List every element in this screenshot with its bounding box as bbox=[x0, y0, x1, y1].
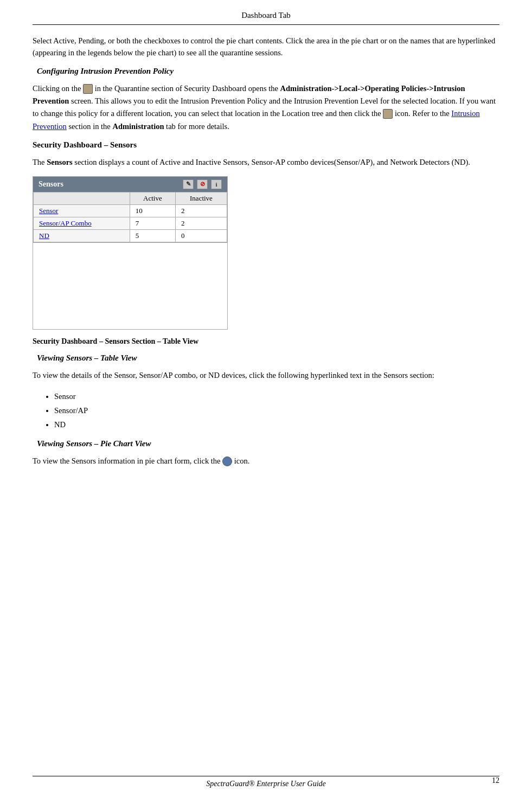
list-item: Sensor/AP bbox=[54, 403, 499, 417]
col-name-header bbox=[34, 192, 130, 204]
list-item: ND bbox=[54, 417, 499, 432]
section4-post-text: icon. bbox=[234, 457, 250, 465]
sensors-table-header-row: Active Inactive bbox=[34, 192, 227, 204]
sensors-bullet-list: Sensor Sensor/AP ND bbox=[54, 389, 499, 432]
pie-chart-icon bbox=[222, 457, 232, 466]
sensors-caption: Security Dashboard – Sensors Section – T… bbox=[33, 337, 499, 346]
bullet-nd: ND bbox=[54, 420, 66, 429]
sensors-widget-title: Sensors bbox=[39, 180, 63, 189]
table-row: ND 5 0 bbox=[34, 229, 227, 242]
sensors-widget: Sensors ✎ ⊘ i Active Inactive Sensor 10 … bbox=[33, 176, 228, 330]
list-item: Sensor bbox=[54, 389, 499, 403]
stop-icon[interactable]: ⊘ bbox=[197, 179, 208, 189]
info-icon[interactable]: i bbox=[211, 179, 222, 189]
table-row: Sensor 10 2 bbox=[34, 204, 227, 217]
section4-heading: Viewing Sensors – Pie Chart View bbox=[33, 439, 499, 448]
col-inactive-header: Inactive bbox=[175, 192, 227, 204]
col-active-header: Active bbox=[130, 192, 175, 204]
section3-paragraph: To view the details of the Sensor, Senso… bbox=[33, 369, 499, 382]
sensors-chart-area bbox=[33, 242, 227, 329]
sensors-table: Active Inactive Sensor 10 2 Sensor/AP Co… bbox=[33, 192, 227, 242]
section1-paragraph: Clicking on the in the Quarantine sectio… bbox=[33, 82, 499, 133]
sensor-active-val: 10 bbox=[130, 204, 175, 217]
administration-bold: Administration bbox=[112, 122, 164, 131]
sensorap-inactive-val: 2 bbox=[175, 217, 227, 229]
bullet-sensor: Sensor bbox=[54, 392, 75, 401]
edit-icon[interactable]: ✎ bbox=[183, 179, 194, 189]
page-title: Dashboard Tab bbox=[33, 11, 499, 25]
sensor-row-name[interactable]: Sensor bbox=[34, 204, 130, 217]
pencil-icon bbox=[83, 84, 93, 94]
nd-active-val: 5 bbox=[130, 229, 175, 242]
footer-text: SpectraGuard® Enterprise User Guide bbox=[206, 780, 325, 788]
page-number: 12 bbox=[492, 776, 499, 785]
section3-heading: Viewing Sensors – Table View bbox=[33, 353, 499, 363]
nd-inactive-val: 0 bbox=[175, 229, 227, 242]
intrusion-prevention-link[interactable]: Intrusion Prevention bbox=[33, 109, 480, 130]
section2-heading: Security Dashboard – Sensors bbox=[33, 140, 499, 150]
sensors-widget-header: Sensors ✎ ⊘ i bbox=[33, 177, 227, 192]
nd-row-name[interactable]: ND bbox=[34, 229, 130, 242]
section1-heading: Configuring Intrusion Prevention Policy bbox=[33, 67, 499, 76]
pencil-icon-2 bbox=[383, 109, 393, 119]
sensors-header-icons: ✎ ⊘ i bbox=[183, 179, 222, 189]
section4-paragraph: To view the Sensors information in pie c… bbox=[33, 455, 499, 467]
sensors-bold: Sensors bbox=[47, 158, 73, 166]
table-row: Sensor/AP Combo 7 2 bbox=[34, 217, 227, 229]
admin-path-bold: Administration->Local->Operating Policie… bbox=[33, 84, 465, 105]
sensor-inactive-val: 2 bbox=[175, 204, 227, 217]
sensorap-row-name[interactable]: Sensor/AP Combo bbox=[34, 217, 130, 229]
section2-paragraph: The Sensors section displays a count of … bbox=[33, 156, 499, 169]
section4-pre-text: To view the Sensors information in pie c… bbox=[33, 457, 222, 465]
sensorap-active-val: 7 bbox=[130, 217, 175, 229]
bullet-sensorap: Sensor/AP bbox=[54, 406, 88, 415]
intro-paragraph: Select Active, Pending, or both the chec… bbox=[33, 35, 499, 59]
